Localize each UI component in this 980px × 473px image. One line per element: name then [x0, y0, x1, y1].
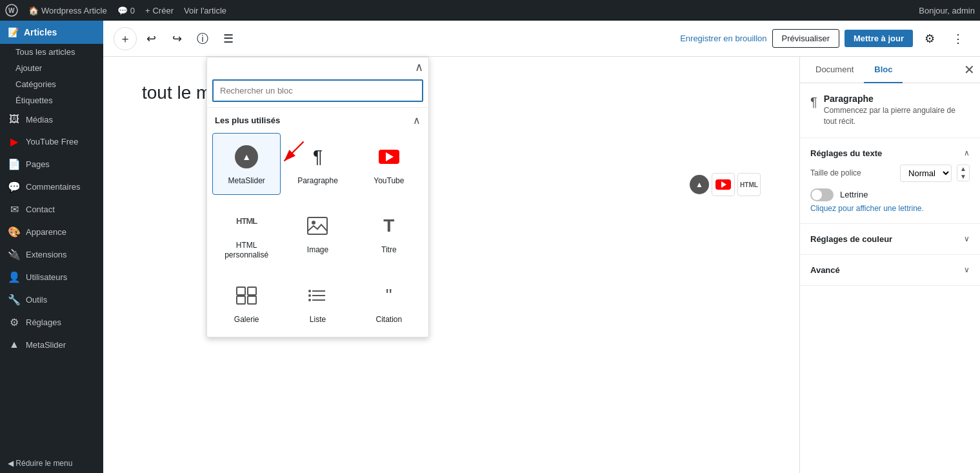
sidebar-item-tools[interactable]: 🔧 Outils [0, 288, 103, 311]
settings-toggle-button[interactable]: ⚙ [918, 27, 941, 50]
block-picker-close-button[interactable]: ∧ [415, 60, 423, 74]
redo-icon: ↪ [172, 32, 182, 46]
panel-paragraph-icon: ¶ [810, 95, 817, 110]
comments-sidebar-icon: 💬 [8, 181, 21, 193]
sidebar-item-all-articles[interactable]: Tous les articles [15, 44, 103, 60]
sidebar-item-pages[interactable]: 📄 Pages [0, 153, 103, 176]
block-picker-header: Les plus utilisés ∧ [207, 108, 428, 130]
block-label-paragraphe: Paragraphe [297, 176, 338, 186]
block-item-metaslider[interactable]: ▲ MetaSlider [212, 133, 281, 195]
block-item-liste[interactable]: Liste [283, 272, 352, 334]
lettrine-hint: Cliquez pour afficher une lettrine. [810, 204, 970, 213]
sidebar-item-comments[interactable]: 💬 Commentaires [0, 176, 103, 198]
block-picker-scroll-area: ▲ MetaSlider ¶ Paragraphe [207, 130, 428, 337]
font-size-increment-button[interactable]: ▲ [957, 165, 969, 173]
undo-button[interactable]: ↩ [139, 27, 163, 50]
home-icon: 🏠 [28, 6, 39, 15]
view-article-link[interactable]: Voir l'article [184, 6, 226, 15]
sidebar-item-metaslider[interactable]: ▲ MetaSlider [0, 334, 103, 356]
info-icon: ⓘ [197, 31, 208, 46]
color-settings-header[interactable]: Réglages de couleur ∨ [810, 234, 970, 244]
block-item-titre[interactable]: T Titre [355, 197, 423, 269]
block-item-galerie[interactable]: Galerie [212, 272, 281, 334]
block-label-html: HTML personnalisé [218, 241, 275, 261]
preview-button[interactable]: Prévisualiser [772, 29, 839, 48]
extensions-icon: 🔌 [8, 248, 21, 261]
svg-rect-6 [237, 296, 245, 304]
comments-icon: 💬 [117, 6, 128, 15]
metaslider-block-icon: ▲ [231, 141, 262, 172]
sidebar-reduce-menu[interactable]: ◀ Réduire le menu [0, 454, 103, 473]
block-item-youtube[interactable]: YouTube [355, 133, 423, 195]
panel-block-info-section: ¶ Paragraphe Commencez par la pierre ang… [800, 83, 980, 138]
list-view-button[interactable]: ☰ [217, 27, 240, 50]
sidebar-item-extensions[interactable]: 🔌 Extensions [0, 243, 103, 266]
text-settings-header[interactable]: Réglages du texte ∧ [810, 148, 970, 158]
tab-document[interactable]: Document [805, 57, 864, 83]
advanced-header[interactable]: Avancé ∨ [810, 265, 970, 275]
block-grid: ▲ MetaSlider ¶ Paragraphe [207, 130, 428, 337]
gear-icon: ⚙ [925, 32, 935, 46]
svg-rect-4 [237, 287, 245, 295]
info-button[interactable]: ⓘ [191, 27, 214, 50]
tab-block[interactable]: Bloc [864, 57, 903, 83]
panel-color-settings-section: Réglages de couleur ∨ [800, 224, 980, 255]
sidebar-item-users[interactable]: 👤 Utilisateurs [0, 266, 103, 288]
save-draft-button[interactable]: Enregistrer en brouillon [680, 34, 766, 43]
block-item-citation[interactable]: " Citation [355, 272, 423, 334]
pages-icon: 📄 [8, 158, 21, 170]
sidebar-item-appearance[interactable]: 🎨 Apparence [0, 221, 103, 243]
update-button[interactable]: Mettre à jour [845, 30, 913, 47]
block-label-image: Image [307, 245, 328, 256]
sidebar-item-add[interactable]: Ajouter [15, 60, 103, 76]
right-panel-tabs: Document Bloc ✕ [800, 57, 980, 83]
site-name[interactable]: 🏠 Wordpress Article [28, 6, 107, 15]
users-icon: 👤 [8, 271, 21, 283]
panel-block-name: Paragraphe [824, 94, 970, 104]
block-label-titre: Titre [381, 245, 397, 256]
text-settings-label: Réglages du texte [810, 148, 882, 158]
appearance-icon: 🎨 [8, 226, 21, 238]
inline-youtube-button[interactable] [712, 173, 735, 196]
block-item-paragraphe[interactable]: ¶ Paragraphe [283, 133, 352, 195]
youtube-icon: ▶ [8, 136, 21, 148]
more-options-button[interactable]: ⋮ [946, 27, 970, 50]
user-greeting[interactable]: Bonjour, admin [919, 6, 975, 15]
toolbar-right: Enregistrer en brouillon Prévisualiser M… [680, 27, 970, 50]
font-size-select[interactable]: Normal [900, 165, 952, 182]
sidebar-item-categories[interactable]: Catégories [15, 76, 103, 92]
panel-advanced-section: Avancé ∨ [800, 255, 980, 286]
paragraph-block-icon: ¶ [302, 141, 333, 172]
sidebar-item-contact[interactable]: ✉ Contact [0, 198, 103, 221]
lettrine-toggle[interactable] [810, 188, 834, 201]
add-block-button[interactable]: ＋ [114, 27, 137, 50]
color-settings-chevron-icon: ∨ [964, 234, 970, 243]
font-size-label: Taille de police [810, 168, 895, 177]
block-section-collapse-button[interactable]: ∧ [413, 114, 421, 126]
undo-icon: ↩ [146, 32, 156, 46]
admin-bar: W 🏠 Wordpress Article 💬 0 + Créer Voir l… [0, 0, 980, 21]
block-item-html[interactable]: HTML HTML personnalisé [212, 197, 281, 269]
svg-rect-2 [308, 217, 327, 234]
wp-logo-link[interactable]: W [5, 4, 18, 17]
panel-block-description: Commencez par la pierre angulaire de tou… [824, 105, 970, 127]
reduce-icon: ◀ [8, 459, 14, 468]
create-link[interactable]: + Créer [145, 6, 174, 15]
font-size-decrement-button[interactable]: ▼ [957, 173, 969, 181]
sidebar-articles-header[interactable]: 📝 Articles [0, 21, 103, 44]
sidebar: 📝 Articles Tous les articles Ajouter Cat… [0, 21, 103, 473]
sidebar-item-tags[interactable]: Étiquettes [15, 92, 103, 108]
inline-html-button[interactable]: HTML [737, 173, 761, 196]
block-search-input[interactable] [212, 79, 423, 102]
redo-button[interactable]: ↪ [165, 27, 188, 50]
sidebar-item-youtube-free[interactable]: ▶ YouTube Free [0, 130, 103, 153]
panel-text-settings-section: Réglages du texte ∧ Taille de police Nor… [800, 138, 980, 224]
sidebar-item-media[interactable]: 🖼 Médias [0, 108, 103, 130]
text-settings-chevron-icon: ∧ [964, 148, 970, 157]
comments-link[interactable]: 💬 0 [117, 6, 135, 15]
sidebar-item-settings[interactable]: ⚙ Réglages [0, 311, 103, 334]
color-settings-label: Réglages de couleur [810, 234, 892, 244]
block-item-image[interactable]: Image [283, 197, 352, 269]
right-panel-close-button[interactable]: ✕ [964, 62, 975, 77]
liste-block-icon [302, 280, 333, 311]
